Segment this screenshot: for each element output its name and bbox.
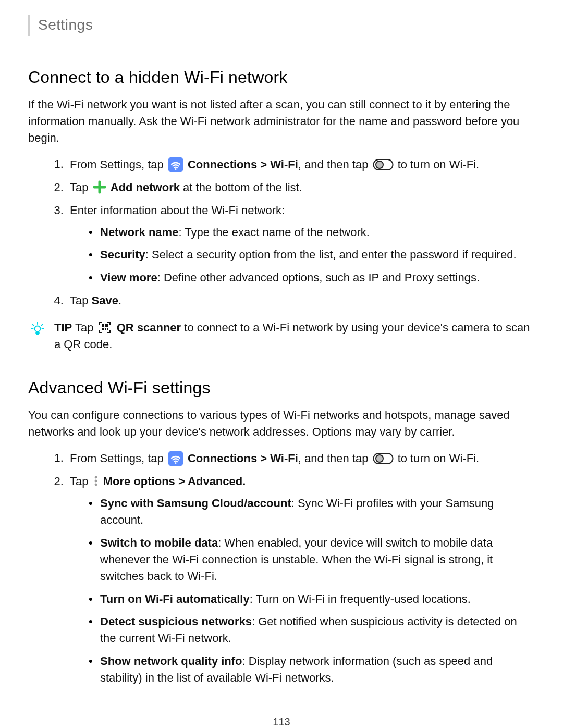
section2-bullet1: Sync with Samsung Cloud/account: Sync Wi… — [89, 495, 535, 528]
wifi-icon — [168, 451, 183, 466]
section2-step1: From Settings, tap Connections > Wi-Fi, … — [67, 450, 535, 467]
svg-point-2 — [376, 161, 383, 168]
section1-step2: Tap Add network at the bottom of the lis… — [67, 179, 535, 196]
section2-step2: Tap More options > Advanced. Sync with S… — [67, 473, 535, 686]
svg-point-20 — [175, 462, 176, 464]
section1-step3-bullet3: View more: Define other advanced options… — [89, 269, 535, 286]
section1-step3-bullet2: Security: Select a security option from … — [89, 246, 535, 263]
section1-step1: From Settings, tap Connections > Wi-Fi, … — [67, 156, 535, 173]
svg-point-0 — [175, 168, 176, 170]
svg-point-22 — [376, 455, 383, 462]
toggle-icon — [373, 452, 394, 465]
svg-point-23 — [94, 476, 97, 479]
section1-intro: If the Wi-Fi network you want is not lis… — [28, 96, 535, 146]
svg-rect-16 — [105, 328, 106, 329]
tip-lightbulb-icon — [30, 320, 45, 336]
section2-steps: From Settings, tap Connections > Wi-Fi, … — [28, 450, 535, 686]
section1-steps: From Settings, tap Connections > Wi-Fi, … — [28, 156, 535, 309]
svg-point-24 — [94, 480, 97, 483]
section2-bullet4: Detect suspicious networks: Get notified… — [89, 613, 535, 647]
svg-point-5 — [35, 326, 41, 332]
svg-rect-18 — [105, 329, 106, 330]
section2-heading: Advanced Wi-Fi settings — [28, 376, 535, 400]
svg-rect-14 — [105, 324, 108, 327]
svg-rect-19 — [107, 329, 108, 330]
tip-block: TIP Tap QR scanner to connect to a Wi-Fi… — [28, 319, 535, 353]
section1-step3-bullet1: Network name: Type the exact name of the… — [89, 224, 535, 241]
section2-intro: You can configure connections to various… — [28, 407, 535, 440]
section2-bullet3: Turn on Wi-Fi automatically: Turn on Wi-… — [89, 591, 535, 608]
svg-rect-15 — [102, 328, 104, 330]
section2-bullet2: Switch to mobile data: When enabled, you… — [89, 535, 535, 585]
page-number: 113 — [28, 714, 535, 728]
section2-bullet5: Show network quality info: Display netwo… — [89, 653, 535, 686]
toggle-icon — [373, 158, 394, 171]
svg-line-7 — [41, 324, 43, 326]
breadcrumb-label: Settings — [38, 17, 93, 33]
svg-point-25 — [94, 484, 97, 486]
section1-step3: Enter information about the Wi-Fi networ… — [67, 202, 535, 287]
svg-rect-13 — [102, 324, 104, 327]
section1-heading: Connect to a hidden Wi-Fi network — [28, 65, 535, 89]
wifi-icon — [168, 157, 183, 172]
qr-scanner-icon — [98, 320, 112, 334]
plus-icon — [93, 180, 106, 194]
breadcrumb: Settings — [28, 15, 535, 36]
svg-line-8 — [32, 324, 34, 326]
svg-rect-17 — [107, 328, 108, 329]
more-options-icon — [93, 474, 99, 488]
section1-step4: Tap Save. — [67, 292, 535, 309]
